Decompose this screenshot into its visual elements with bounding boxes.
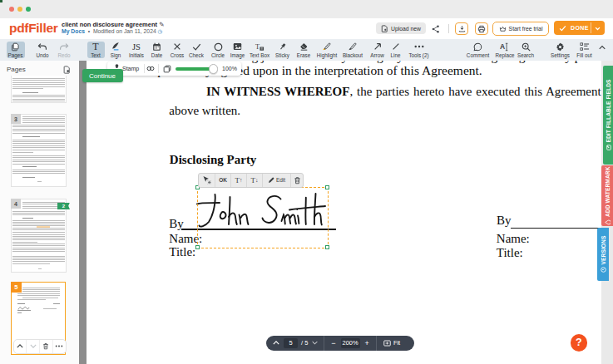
svg-text:A: A: [500, 42, 505, 51]
svg-text:T: T: [255, 42, 260, 51]
